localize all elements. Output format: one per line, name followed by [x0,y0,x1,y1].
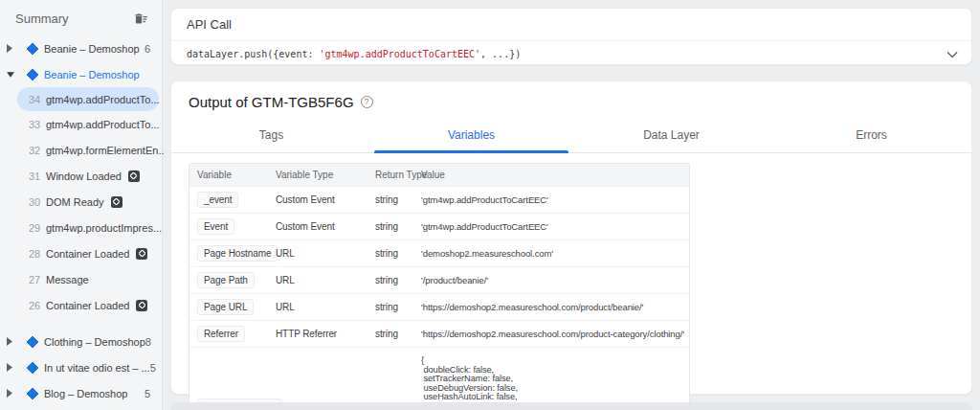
group-label: Clothing – Demoshop [44,336,145,348]
event-number: 29 [29,222,41,234]
gtm-diamond-icon [27,69,38,80]
col-header-value: Value [413,164,689,186]
event-number: 30 [29,196,41,208]
sidebar-group-beanie-demoshop-1[interactable]: Beanie – Demoshop 6 [0,35,162,61]
caret-down-icon[interactable] [7,70,14,80]
tab-data-layer[interactable]: Data Layer [571,120,771,152]
group-count: 5 [145,388,150,399]
return-type-cell: string [368,270,413,290]
event-label: Container Loaded [46,248,129,260]
value-cell: '/product/beanie/' [413,270,689,290]
table-row[interactable]: _event Custom Event string 'gtm4wp.addPr… [189,186,689,213]
gtm-event-badge-icon [136,300,147,311]
tab-errors[interactable]: Errors [771,120,971,152]
sidebar-header: Summary [0,0,162,32]
gtm-event-badge-icon [136,248,147,260]
variables-table: Variable Variable Type Return Type Value… [189,163,690,410]
gtm-output-card: Output of GTM-TGB5F6G ? Tags Variables D… [170,80,972,395]
return-type-cell: string [368,190,413,210]
api-call-code-row: dataLayer.push({event: 'gtm4wp.addProduc… [171,41,971,67]
delete-sweep-icon[interactable] [134,11,148,26]
event-label: Message [46,274,89,285]
return-type-cell: string [368,216,413,237]
event-number: 33 [29,119,41,130]
col-header-variable-type: Variable Type [268,164,368,186]
event-item-28[interactable]: 28 Container Loaded [0,240,162,266]
gtm-diamond-icon [27,336,38,348]
event-item-34[interactable]: 34 gtm4wp.addProductTo... [17,87,159,111]
ga-settings-object-value: { doubleClick: false, setTrackerName: fa… [421,353,685,410]
table-row[interactable]: Page Path URL string '/product/beanie/' [189,266,689,293]
sidebar-group-blog-demoshop[interactable]: Blog – Demoshop 5 [0,380,162,406]
output-title: Output of GTM-TGB5F6G [189,94,354,110]
group-count: 8 [145,336,151,348]
event-item-26[interactable]: 26 Container Loaded [0,292,162,318]
chevron-down-icon[interactable] [947,51,958,58]
event-number: 28 [29,248,41,260]
event-item-27[interactable]: 27 Message [0,266,162,292]
caret-right-icon[interactable] [7,44,14,54]
event-item-31[interactable]: 31 Window Loaded [0,163,162,189]
variable-type-cell: Custom Event [268,190,368,210]
event-number: 27 [29,274,41,285]
variable-name-chip: Page Path [197,272,255,288]
code-event-string: 'gtm4wp.addProductToCartEEC' [319,49,480,59]
api-call-card: API Call dataLayer.push({event: 'gtm4wp.… [170,8,972,65]
caret-right-icon[interactable] [7,389,14,399]
event-label: gtm4wp.formElementEn... [46,145,167,156]
table-row[interactable]: Page Hostname URL string 'demoshop2.meas… [189,239,689,266]
variable-name-chip: _event [197,192,238,208]
group-count: 5 [150,362,156,374]
gtm-event-badge-icon [111,196,122,208]
tab-variables[interactable]: Variables [371,120,571,152]
summary-sidebar: Summary Beanie – Demoshop 6 Beanie – Dem… [0,0,163,410]
event-item-30[interactable]: 30 DOM Ready [0,189,162,215]
col-header-return-type: Return Type [368,164,413,186]
datalayer-push-code: dataLayer.push({event: 'gtm4wp.addProduc… [187,49,521,59]
event-label: Container Loaded [46,300,129,311]
variable-name-chip: Page URL [197,299,254,315]
table-row[interactable]: Referrer HTTP Referrer string 'https://d… [189,320,689,347]
variable-type-cell: URL [268,270,368,290]
event-number: 26 [29,300,41,311]
variable-type-cell: URL [268,243,368,263]
value-cell: 'https://demoshop2.measureschool.com/pro… [413,324,689,344]
event-label: gtm4wp.addProductTo... [46,94,160,105]
return-type-cell: string [368,243,413,263]
col-header-variable: Variable [189,164,268,186]
table-row-ga-settings[interactable]: UA-182127055-1 Google Analytics Settings… [189,347,689,410]
group-label: Blog – Demoshop [44,388,127,399]
return-type-cell: string [368,297,413,317]
caret-right-icon[interactable] [7,337,14,347]
code-suffix: , ...}) [480,49,521,59]
sidebar-group-in-ut-vitae[interactable]: In ut vitae odio est – ... 5 [0,354,162,380]
gtm-diamond-icon [27,362,38,374]
value-cell: 'demoshop2.measureschool.com' [413,243,689,263]
table-row[interactable]: Event Custom Event string 'gtm4wp.addPro… [189,213,689,239]
gtm-diamond-icon [27,388,38,399]
help-icon[interactable]: ? [361,96,373,108]
variable-name-chip: Page Hostname [197,245,278,262]
event-label: Window Loaded [46,171,122,182]
value-cell: 'https://demoshop2.measureschool.com/pro… [413,297,689,317]
event-item-32[interactable]: 32 gtm4wp.formElementEn... [0,137,162,163]
variable-type-cell: HTTP Referrer [268,324,368,344]
group-label: In ut vitae odio est – ... [44,362,150,374]
gtm-diamond-icon [27,43,38,55]
next-section-top-edge [170,402,972,410]
gtm-event-badge-icon [128,171,140,182]
variable-name-chip: Referrer [197,326,245,342]
event-label: DOM Ready [46,196,104,208]
group-count: 6 [145,43,150,55]
event-item-33[interactable]: 33 gtm4wp.addProductTo... [0,111,162,137]
sidebar-group-clothing-demoshop[interactable]: Clothing – Demoshop 8 [0,329,162,354]
variable-type-cell: Custom Event [268,216,368,237]
group-label: Beanie – Demoshop [44,43,140,55]
event-item-29[interactable]: 29 gtm4wp.productImpres... [0,215,162,240]
code-prefix: dataLayer.push({event: [187,49,319,59]
caret-right-icon[interactable] [7,363,14,373]
table-row[interactable]: Page URL URL string 'https://demoshop2.m… [189,293,689,320]
sidebar-group-beanie-demoshop-2[interactable]: Beanie – Demoshop [0,61,162,87]
group-label: Beanie – Demoshop [44,69,140,80]
tab-tags[interactable]: Tags [171,120,371,152]
